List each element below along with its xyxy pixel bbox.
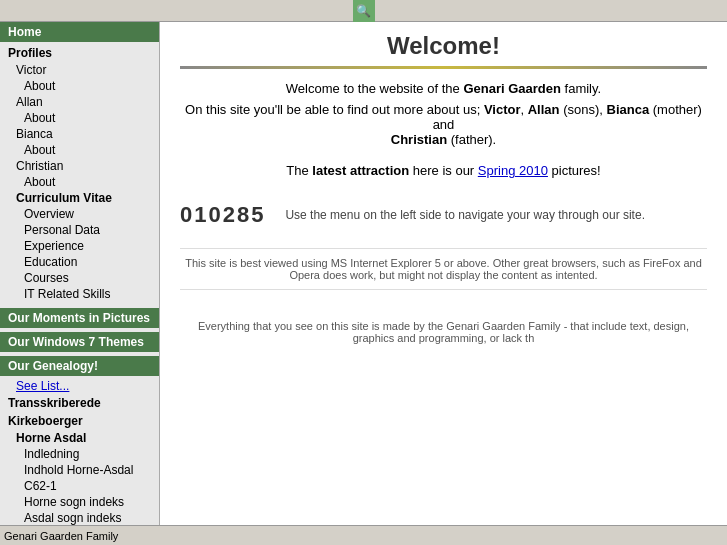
sidebar-kirkeboerger[interactable]: Kirkeboerger <box>0 412 159 430</box>
sidebar-cv-label[interactable]: Curriculum Vitae <box>0 190 159 206</box>
sidebar-indhold-horne[interactable]: Indhold Horne-Asdal <box>0 462 159 478</box>
content-area: Welcome! Welcome to the website of the G… <box>160 22 727 545</box>
sidebar-cv-it[interactable]: IT Related Skills <box>0 286 159 302</box>
browser-chrome: 🔍 <box>0 0 727 22</box>
spring-2010-link[interactable]: Spring 2010 <box>478 163 548 178</box>
visit-counter: 010285 <box>180 202 265 228</box>
sidebar-cv-experience[interactable]: Experience <box>0 238 159 254</box>
sidebar-home-label: Home <box>8 25 41 39</box>
sidebar-transskriberede[interactable]: Transskriberede <box>0 394 159 412</box>
main-wrapper: Home Profiles Victor About Allan About B… <box>0 22 727 545</box>
sidebar-cv-personal[interactable]: Personal Data <box>0 222 159 238</box>
sidebar-profiles-section: Profiles Victor About Allan About Bianca… <box>0 42 159 304</box>
page-title: Welcome! <box>180 32 707 60</box>
sidebar-bianca-label[interactable]: Bianca <box>0 126 159 142</box>
sidebar-victor-about[interactable]: About <box>0 78 159 94</box>
sidebar-see-list[interactable]: See List... <box>0 378 159 394</box>
counter-description: Use the menu on the left side to navigat… <box>285 208 645 222</box>
counter-row: 010285 Use the menu on the left side to … <box>180 198 707 232</box>
browser-notice: This site is best viewed using MS Intern… <box>180 248 707 290</box>
sidebar-cv-overview[interactable]: Overview <box>0 206 159 222</box>
sidebar-item-home[interactable]: Home <box>0 22 159 42</box>
footer-text: Everything that you see on this site is … <box>180 310 707 344</box>
sidebar-c62-1[interactable]: C62-1 <box>0 478 159 494</box>
sidebar: Home Profiles Victor About Allan About B… <box>0 22 160 545</box>
sidebar-victor-label[interactable]: Victor <box>0 62 159 78</box>
welcome-line1: Welcome to the website of the Genari Gaa… <box>180 81 707 96</box>
sidebar-cv-education[interactable]: Education <box>0 254 159 270</box>
sidebar-moments-label[interactable]: Our Moments in Pictures <box>0 308 159 328</box>
sidebar-themes-label[interactable]: Our Windows 7 Themes <box>0 332 159 352</box>
welcome-line2: On this site you'll be able to find out … <box>180 102 707 147</box>
sidebar-allan-label[interactable]: Allan <box>0 94 159 110</box>
status-text: Genari Gaarden Family <box>4 530 118 542</box>
sidebar-asdal-sogn[interactable]: Asdal sogn indeks <box>0 510 159 526</box>
sidebar-genealogy-label[interactable]: Our Genealogy! <box>0 356 159 376</box>
sidebar-christian-label[interactable]: Christian <box>0 158 159 174</box>
search-icon[interactable]: 🔍 <box>353 0 375 22</box>
status-bar: Genari Gaarden Family <box>0 525 727 545</box>
sidebar-horne-asdal[interactable]: Horne Asdal <box>0 430 159 446</box>
sidebar-horne-sogn[interactable]: Horne sogn indeks <box>0 494 159 510</box>
title-divider <box>180 66 707 69</box>
attraction-text: The latest attraction here is our Spring… <box>180 163 707 178</box>
sidebar-christian-about[interactable]: About <box>0 174 159 190</box>
sidebar-cv-courses[interactable]: Courses <box>0 270 159 286</box>
sidebar-indledning[interactable]: Indledning <box>0 446 159 462</box>
sidebar-profiles-label: Profiles <box>0 44 159 62</box>
sidebar-bianca-about[interactable]: About <box>0 142 159 158</box>
sidebar-genealogy-section: See List... Transskriberede Kirkeboerger… <box>0 376 159 528</box>
sidebar-allan-about[interactable]: About <box>0 110 159 126</box>
